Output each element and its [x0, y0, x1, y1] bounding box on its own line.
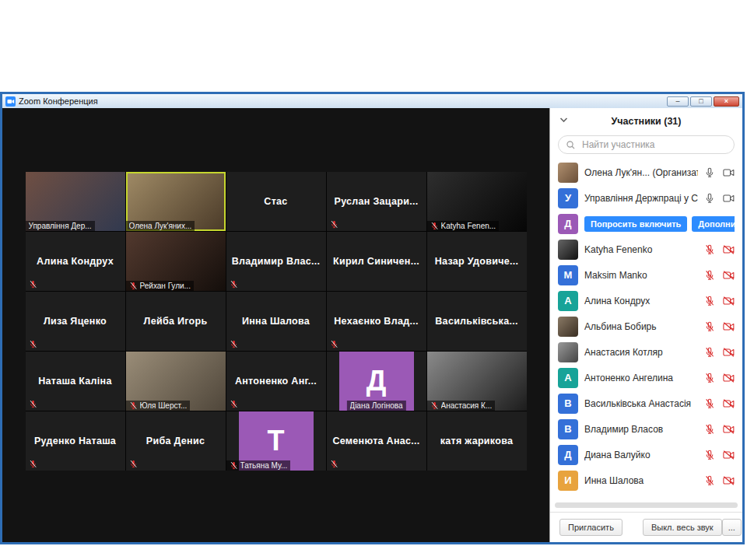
participant-name: Владимир Власов — [584, 424, 698, 435]
participant-row[interactable]: ДПопросить включитьДополнит — [550, 211, 742, 236]
video-tile[interactable]: Лейба Игорь — [126, 292, 226, 351]
avatar: A — [558, 368, 578, 388]
muted-camera-icon — [723, 425, 735, 434]
video-tile[interactable]: Управління Дер... — [26, 172, 125, 231]
avatar: И — [558, 471, 578, 491]
video-tile[interactable]: Назар Удовиче... — [427, 232, 527, 291]
tile-name-label: Олена Лук'яних... — [129, 222, 192, 230]
muted-camera-icon — [723, 296, 735, 306]
video-tile[interactable]: Риба Денис — [126, 411, 226, 471]
participant-list: Олена Лук'ян... (Организатор, я) УУправл… — [550, 159, 742, 500]
tile-name-label: Алина Кондрух — [26, 232, 125, 291]
participant-row[interactable]: BВасильківська Анастасія — [550, 390, 742, 416]
more-actions-button[interactable]: Дополнит — [692, 216, 735, 232]
participant-name: Katyha Fenenko — [584, 244, 698, 255]
video-tile[interactable]: Анастасия К... — [427, 352, 527, 411]
tile-name-label: Владимир Влас... — [226, 232, 326, 291]
participant-row[interactable]: BВладимир Власов — [550, 416, 742, 442]
video-tile[interactable]: Владимир Влас... — [226, 232, 326, 291]
muted-mic-icon — [704, 450, 715, 460]
muted-mic-icon — [230, 280, 238, 289]
participant-row[interactable]: Katyha Fenenko — [550, 236, 742, 262]
tile-name-label: Наташа Каліна — [26, 352, 125, 411]
muted-mic-icon — [704, 270, 715, 281]
muted-mic-icon — [29, 460, 37, 468]
video-tile[interactable]: Katyha Fenen... — [427, 172, 527, 231]
video-tile[interactable]: Васильківська... — [427, 292, 527, 351]
zoom-window: Zoom Конференция – □ × Управління Дер...… — [0, 92, 745, 544]
video-tile[interactable]: Юля Шерст... — [126, 352, 226, 411]
video-tile[interactable]: Алина Кондрух — [26, 232, 125, 291]
participant-name: Олена Лук'ян... (Организатор, я) — [584, 167, 698, 178]
participants-title: Участники (31) — [612, 116, 682, 127]
mute-all-button[interactable]: Выкл. весь звук — [643, 519, 722, 536]
participant-row[interactable]: УУправління Держпраці у Сумсь... — [550, 185, 742, 211]
participant-row[interactable]: Анастасия Котляр — [550, 339, 742, 365]
avatar — [558, 317, 578, 337]
participants-header: Участники (31) — [550, 108, 742, 135]
video-tile[interactable]: Нехаєнко Влад... — [327, 292, 426, 351]
participant-row[interactable]: AАнтоненко Ангелина — [550, 365, 742, 390]
close-button[interactable]: × — [714, 96, 739, 107]
video-tile[interactable]: Т Татьяна Му... — [226, 411, 326, 471]
video-tile[interactable]: Стас — [226, 172, 326, 231]
search-box — [558, 135, 735, 154]
muted-camera-icon — [723, 245, 735, 254]
participant-row[interactable]: ДДиана Валуйко — [550, 442, 742, 467]
participant-row[interactable]: ИИнна Шалова — [550, 467, 742, 493]
video-tile[interactable]: Руденко Наташа — [26, 411, 125, 471]
avatar — [558, 163, 578, 183]
participant-name: Антоненко Ангелина — [584, 373, 698, 383]
muted-camera-icon — [723, 348, 735, 357]
muted-mic-icon — [330, 340, 338, 348]
video-tile[interactable]: Инна Шалова — [226, 292, 326, 351]
video-tile[interactable]: Наташа Каліна — [26, 352, 125, 411]
tile-name-label: Кирил Синичен... — [327, 232, 426, 291]
video-tile[interactable]: Олена Лук'яних... — [126, 172, 226, 231]
video-tile[interactable]: Руслан Зацари... — [327, 172, 426, 231]
more-options-button[interactable]: ... — [722, 519, 742, 536]
tile-name-label: Лиза Яценко — [26, 292, 125, 351]
video-tile[interactable]: Семенюта Анас... — [327, 411, 426, 471]
tile-name-label: Лейба Игорь — [126, 292, 226, 351]
invite-button[interactable]: Пригласить — [559, 519, 622, 536]
collapse-chevron-icon[interactable] — [559, 117, 568, 123]
ask-to-unmute-button[interactable]: Попросить включить — [584, 216, 687, 232]
tile-name-label: Антоненко Анг... — [226, 352, 326, 411]
video-tile[interactable]: Кирил Синичен... — [327, 232, 426, 291]
tile-name-label: Katyha Fenen... — [441, 222, 496, 230]
video-tile[interactable]: Антоненко Анг... — [226, 352, 326, 411]
muted-mic-icon — [330, 460, 338, 468]
avatar: B — [558, 394, 578, 414]
muted-mic-icon — [704, 475, 715, 486]
minimize-button[interactable]: – — [667, 96, 689, 107]
video-grid: Управління Дер...Олена Лук'яних...Стас Р… — [26, 172, 527, 471]
tile-name-label: Юля Шерст... — [140, 401, 188, 410]
video-tile[interactable]: Д Діана Логінова — [327, 352, 426, 411]
tile-name-label: Діана Логінова — [349, 401, 402, 410]
avatar: B — [558, 419, 578, 439]
participant-row[interactable]: AАлина Кондрух — [550, 288, 742, 313]
muted-mic-icon — [129, 460, 138, 468]
panel-footer: Пригласить Выкл. весь звук ... — [550, 512, 742, 542]
video-tile[interactable]: Рейхан Гули... — [126, 232, 226, 291]
participant-row[interactable]: Альбина Бобирь — [550, 313, 742, 339]
tile-name-label: Семенюта Анас... — [327, 411, 426, 471]
window-titlebar[interactable]: Zoom Конференция – □ × — [2, 94, 742, 108]
participant-row[interactable]: MMaksim Manko — [550, 262, 742, 288]
participant-name: Альбина Бобирь — [584, 321, 698, 332]
muted-camera-icon — [723, 399, 735, 408]
desktop: Zoom Конференция – □ × Управління Дер...… — [0, 0, 747, 560]
muted-mic-icon — [230, 400, 238, 408]
tile-name-label: Нехаєнко Влад... — [327, 292, 426, 351]
scrollbar[interactable] — [555, 502, 738, 508]
search-icon — [566, 140, 576, 150]
maximize-button[interactable]: □ — [690, 96, 712, 107]
video-tile[interactable]: Лиза Яценко — [26, 292, 125, 351]
tile-name-label: Васильківська... — [427, 292, 527, 351]
participant-row[interactable]: Олена Лук'ян... (Организатор, я) — [550, 159, 742, 185]
search-input[interactable] — [580, 138, 727, 151]
muted-camera-icon — [723, 271, 735, 280]
window-title: Zoom Конференция — [19, 96, 98, 106]
video-tile[interactable]: катя жарикова — [427, 411, 527, 471]
